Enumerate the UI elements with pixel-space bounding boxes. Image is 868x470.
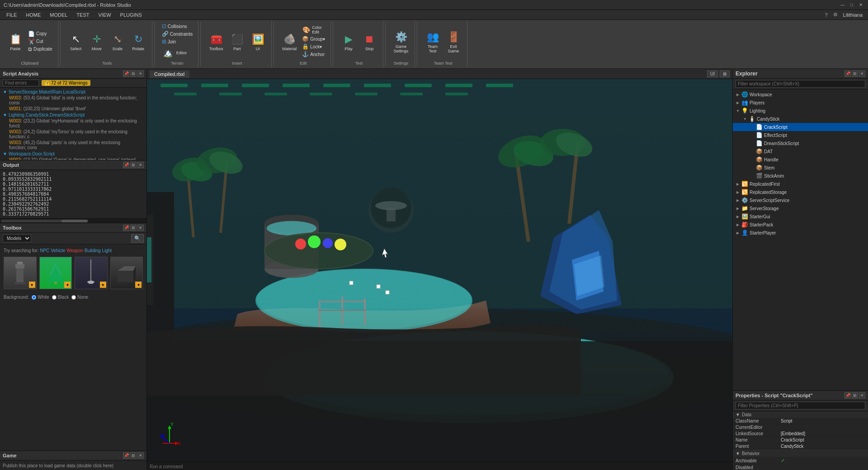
tree-serverscriptservice[interactable]: ▶ ⚙️ ServerScriptService xyxy=(733,196,868,204)
tree-serverstorage[interactable]: ▶ 📁 ServerStorage xyxy=(733,204,868,212)
move-button[interactable]: ✛ Move xyxy=(87,31,107,52)
rotate-button[interactable]: ↻ Rotate xyxy=(128,31,148,52)
group-button[interactable]: 📦Group▾ xyxy=(300,35,327,42)
tree-candystick[interactable]: ▼ 🕯️ CandyStick xyxy=(733,115,868,123)
props-section-header-behavior[interactable]: ▼ Behavior xyxy=(733,450,868,457)
close-button[interactable]: ✕ xyxy=(857,2,864,8)
output-float-button[interactable]: ⊞ xyxy=(130,162,137,168)
scale-button[interactable]: ⤡ Scale xyxy=(108,31,127,52)
bg-black-radio[interactable] xyxy=(52,295,57,300)
game-content[interactable]: Publish this place to load game data (do… xyxy=(0,461,146,470)
sa-close-button[interactable]: ✕ xyxy=(137,70,144,77)
help-icon[interactable]: ? xyxy=(825,12,827,18)
bg-white-radio[interactable] xyxy=(32,295,36,300)
suggest-npc[interactable]: NPC xyxy=(40,248,49,253)
tree-workspace[interactable]: ▶ 🌐 Workspace xyxy=(733,90,868,99)
tree-starterplayer[interactable]: ▶ 👤 StarterPlayer xyxy=(733,229,868,237)
select-button[interactable]: ↖ Select xyxy=(66,31,86,52)
tree-startergui[interactable]: ▶ 🖼️ StarterGui xyxy=(733,212,868,221)
props-close-button[interactable]: ✕ xyxy=(859,392,865,399)
bg-white-label[interactable]: White xyxy=(32,295,49,300)
props-filter-input[interactable] xyxy=(736,402,865,409)
settings-icon[interactable]: ⚙ xyxy=(833,12,838,18)
collisions-button[interactable]: ⊡Collisions xyxy=(160,23,189,30)
cut-button[interactable]: ✂️Cut xyxy=(26,38,54,45)
tree-effectscript[interactable]: ▶ 📄 EffectScript xyxy=(733,131,868,139)
explorer-filter-input[interactable] xyxy=(736,80,865,88)
copy-button[interactable]: 📄Copy xyxy=(26,30,54,38)
tree-dat[interactable]: ▶ 📦 DAT xyxy=(733,147,868,155)
exit-game-button[interactable]: 🚪 ExitGame xyxy=(443,29,463,54)
suggest-light[interactable]: Light xyxy=(102,248,112,253)
suggest-weapon[interactable]: Weapon xyxy=(66,248,83,253)
tree-starterpack[interactable]: ▶ 🎒 StarterPack xyxy=(733,221,868,229)
sa-pin-button[interactable]: 📌 xyxy=(123,70,129,77)
toolbox-pin-button[interactable]: 📌 xyxy=(123,225,129,231)
lock-button[interactable]: 🔒Lock▾ xyxy=(300,43,327,50)
menu-file[interactable]: FILE xyxy=(2,11,21,19)
tree-dreamstickscript[interactable]: ▶ 📄 DreamStickScript xyxy=(733,139,868,147)
maximize-button[interactable]: □ xyxy=(848,2,855,8)
bg-black-label[interactable]: Black xyxy=(52,295,69,300)
paste-button[interactable]: 📋 Paste xyxy=(5,31,25,52)
sa-filter-input[interactable] xyxy=(3,80,39,86)
menu-model[interactable]: MODEL xyxy=(45,11,72,19)
tree-stickanim[interactable]: ▶ 🎬 StickAnim xyxy=(733,172,868,180)
toolbox-item-1[interactable]: ★ xyxy=(4,257,37,289)
ui-toggle-button[interactable]: UI xyxy=(707,70,718,77)
suggest-building[interactable]: Building xyxy=(85,248,101,253)
toolbox-button[interactable]: 🧰 Toolbox xyxy=(206,31,226,52)
props-section-header-data[interactable]: ▼ Data xyxy=(733,411,868,418)
props-pin-button[interactable]: 📌 xyxy=(844,392,851,399)
editor-button[interactable]: 🏔️ Editor xyxy=(160,46,189,60)
minimize-button[interactable]: — xyxy=(839,2,846,8)
explorer-pin-button[interactable]: 📌 xyxy=(844,70,851,77)
toolbox-category-select[interactable]: Models Decals Audio xyxy=(3,235,31,242)
toolbox-item-2[interactable]: ★ xyxy=(39,257,72,289)
sa-group-header-3[interactable]: ▼ Workspace.Door.Script xyxy=(0,151,146,157)
command-input[interactable] xyxy=(150,464,730,469)
game-float-button[interactable]: ⊞ xyxy=(130,452,137,459)
menu-test[interactable]: TEST xyxy=(72,11,94,19)
bg-none-radio[interactable] xyxy=(71,295,76,300)
game-close-button[interactable]: ✕ xyxy=(137,452,144,459)
play-button[interactable]: ▶ Play xyxy=(339,31,359,52)
output-close-button[interactable]: ✕ xyxy=(137,162,144,168)
constraints-button[interactable]: 🔗Constraints xyxy=(160,30,195,38)
toolbox-item-3[interactable]: ★ xyxy=(75,257,108,289)
game-settings-button[interactable]: ⚙️ GameSettings xyxy=(391,29,411,54)
suggest-vehicle[interactable]: Vehicle xyxy=(51,248,65,253)
tree-stem[interactable]: ▶ 📦 Stem xyxy=(733,164,868,172)
part-button[interactable]: ⬛ Part xyxy=(227,31,247,52)
viewport[interactable]: Compiled.rbxl UI ⊞ xyxy=(147,69,732,470)
sa-float-button[interactable]: ⊞ xyxy=(130,70,137,77)
duplicate-button[interactable]: ⧉Duplicate xyxy=(26,46,54,53)
material-button[interactable]: 🪨 Material xyxy=(279,31,299,52)
menu-view[interactable]: VIEW xyxy=(94,11,115,19)
bg-none-label[interactable]: None xyxy=(71,295,88,300)
viewport-tab[interactable]: Compiled.rbxl xyxy=(150,70,189,78)
tree-lighting[interactable]: ▼ 💡 Lighting xyxy=(733,107,868,115)
join-button[interactable]: ⊞Join xyxy=(160,38,178,45)
toolbox-item-4[interactable]: ★ xyxy=(110,257,143,289)
viewport-expand-button[interactable]: ⊞ xyxy=(720,70,730,77)
toolbox-search-button[interactable]: 🔍 xyxy=(131,234,144,243)
anchor-button[interactable]: ⚓Anchor xyxy=(300,51,327,58)
tree-players[interactable]: ▶ 👥 Players xyxy=(733,99,868,107)
sa-group-header-2[interactable]: ▼ Lighting.CandyStick.DreamStickScript xyxy=(0,112,146,118)
toolbox-float-button[interactable]: ⊞ xyxy=(130,225,137,231)
toolbox-close-button[interactable]: ✕ xyxy=(137,225,144,231)
team-test-button[interactable]: 👥 TeamTest xyxy=(423,29,443,54)
tree-replicatedstorage[interactable]: ▶ 🔁 ReplicatedStorage xyxy=(733,188,868,196)
color-button[interactable]: 🎨 ColorEdit xyxy=(300,25,327,35)
tree-crackscript[interactable]: ▶ 📄 CrackScript xyxy=(733,123,868,131)
output-pin-button[interactable]: 📌 xyxy=(123,162,129,168)
ui-button[interactable]: 🖼️ UI xyxy=(248,31,268,52)
explorer-float-button[interactable]: ⊞ xyxy=(852,70,858,77)
props-float-button[interactable]: ⊞ xyxy=(852,392,858,399)
sa-group-header-1[interactable]: ▼ ServerStorage.MakeItRain.LocalScript xyxy=(0,89,146,95)
menu-plugins[interactable]: PLUGINS xyxy=(116,11,146,19)
stop-button[interactable]: ⏹ Stop xyxy=(359,31,379,52)
tree-handle[interactable]: ▶ 📦 Handle xyxy=(733,155,868,164)
tree-replicatedfirst[interactable]: ▶ 🔁 ReplicatedFirst xyxy=(733,180,868,188)
